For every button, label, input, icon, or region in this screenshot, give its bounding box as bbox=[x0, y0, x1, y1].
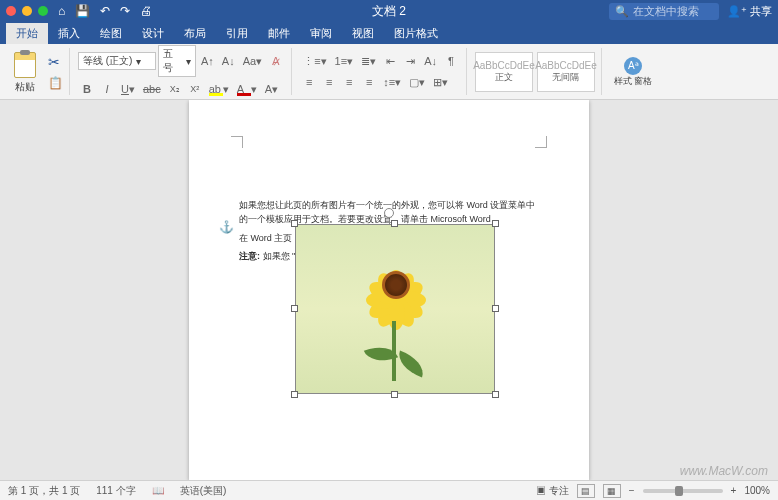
styles-pane-group: Aᵃ 样式 窗格 bbox=[604, 48, 663, 95]
quick-access-toolbar: ⌂ 💾 ↶ ↷ 🖨 bbox=[58, 4, 152, 18]
word-count[interactable]: 111 个字 bbox=[96, 484, 135, 498]
resize-handle-bm[interactable] bbox=[391, 391, 398, 398]
cut-icon[interactable]: ✂ bbox=[48, 54, 63, 70]
home-icon[interactable]: ⌂ bbox=[58, 4, 65, 18]
language-indicator[interactable]: 英语(美国) bbox=[180, 484, 227, 498]
anchor-icon: ⚓ bbox=[219, 220, 234, 234]
redo-icon[interactable]: ↷ bbox=[120, 4, 130, 18]
styles-group: AaBbCcDdEe 正文 AaBbCcDdEe 无间隔 bbox=[469, 48, 602, 95]
highlight-button[interactable]: ab▾ bbox=[206, 80, 232, 98]
spellcheck-icon[interactable]: 📖 bbox=[152, 485, 164, 496]
underline-button[interactable]: U▾ bbox=[118, 80, 138, 98]
margin-corner-tl bbox=[231, 136, 243, 148]
zoom-level[interactable]: 100% bbox=[744, 485, 770, 496]
italic-button[interactable]: I bbox=[98, 80, 116, 98]
resize-handle-ml[interactable] bbox=[291, 305, 298, 312]
align-right-button[interactable]: ≡ bbox=[340, 73, 358, 91]
shrink-font-button[interactable]: A↓ bbox=[219, 52, 238, 70]
tab-view[interactable]: 视图 bbox=[342, 23, 384, 44]
statusbar: 第 1 页，共 1 页 111 个字 📖 英语(美国) ▣ 专注 ▤ ▦ − +… bbox=[0, 480, 778, 500]
document-page[interactable]: ⚓ 如果您想让此页的所有图片有一个统一的外观，您可以将 Word 设置菜单中的一… bbox=[189, 100, 589, 480]
document-area[interactable]: ⚓ 如果您想让此页的所有图片有一个统一的外观，您可以将 Word 设置菜单中的一… bbox=[0, 100, 778, 480]
superscript-button[interactable]: X² bbox=[186, 80, 204, 98]
change-case-button[interactable]: Aa▾ bbox=[240, 52, 265, 70]
paste-button[interactable]: 粘贴 bbox=[12, 50, 44, 94]
margin-corner-tr bbox=[535, 136, 547, 148]
paste-icon bbox=[14, 52, 36, 78]
tab-review[interactable]: 审阅 bbox=[300, 23, 342, 44]
justify-button[interactable]: ≡ bbox=[360, 73, 378, 91]
multilevel-button[interactable]: ≣▾ bbox=[358, 52, 379, 70]
maximize-window-button[interactable] bbox=[38, 6, 48, 16]
tab-picture-format[interactable]: 图片格式 bbox=[384, 23, 448, 44]
indent-left-button[interactable]: ⇤ bbox=[381, 52, 399, 70]
tab-insert[interactable]: 插入 bbox=[48, 23, 90, 44]
tab-design[interactable]: 设计 bbox=[132, 23, 174, 44]
share-icon: 👤⁺ bbox=[727, 5, 747, 18]
page-indicator[interactable]: 第 1 页，共 1 页 bbox=[8, 484, 80, 498]
rotate-handle[interactable] bbox=[384, 208, 394, 218]
clear-format-button[interactable]: A̷ bbox=[267, 52, 285, 70]
subscript-button[interactable]: X₂ bbox=[166, 80, 184, 98]
styles-pane-button[interactable]: Aᵃ 样式 窗格 bbox=[610, 55, 657, 89]
paragraph-group: ⋮≡▾ 1≡▾ ≣▾ ⇤ ⇥ A↓ ¶ ≡ ≡ ≡ ≡ ↕≡▾ ▢▾ ⊞▾ bbox=[294, 48, 467, 95]
ribbon-tabs: 开始 插入 绘图 设计 布局 引用 邮件 审阅 视图 图片格式 bbox=[0, 22, 778, 44]
font-color-button[interactable]: A▾ bbox=[234, 80, 260, 98]
font-size-select[interactable]: 五号▾ bbox=[158, 45, 196, 77]
watermark: www.MacW.com bbox=[680, 464, 768, 478]
save-icon[interactable]: 💾 bbox=[75, 4, 90, 18]
line-spacing-button[interactable]: ↕≡▾ bbox=[380, 73, 404, 91]
document-title: 文档 2 bbox=[372, 3, 406, 20]
bold-button[interactable]: B bbox=[78, 80, 96, 98]
zoom-in-button[interactable]: + bbox=[731, 485, 737, 496]
print-icon[interactable]: 🖨 bbox=[140, 4, 152, 18]
grow-font-button[interactable]: A↑ bbox=[198, 52, 217, 70]
borders-button[interactable]: ⊞▾ bbox=[430, 73, 451, 91]
text-effects-button[interactable]: A▾ bbox=[262, 80, 281, 98]
numbering-button[interactable]: 1≡▾ bbox=[332, 52, 357, 70]
align-center-button[interactable]: ≡ bbox=[320, 73, 338, 91]
titlebar: ⌂ 💾 ↶ ↷ 🖨 文档 2 🔍 在文档中搜索 👤⁺ 共享 bbox=[0, 0, 778, 22]
web-layout-view[interactable]: ▦ bbox=[603, 484, 621, 498]
font-name-select[interactable]: 等线 (正文)▾ bbox=[78, 52, 156, 70]
undo-icon[interactable]: ↶ bbox=[100, 4, 110, 18]
minimize-window-button[interactable] bbox=[22, 6, 32, 16]
style-normal[interactable]: AaBbCcDdEe 正文 bbox=[475, 52, 533, 92]
align-left-button[interactable]: ≡ bbox=[300, 73, 318, 91]
zoom-slider[interactable] bbox=[643, 489, 723, 493]
resize-handle-bl[interactable] bbox=[291, 391, 298, 398]
tab-layout[interactable]: 布局 bbox=[174, 23, 216, 44]
share-button[interactable]: 👤⁺ 共享 bbox=[727, 4, 772, 19]
tab-references[interactable]: 引用 bbox=[216, 23, 258, 44]
style-no-spacing[interactable]: AaBbCcDdEe 无间隔 bbox=[537, 52, 595, 92]
indent-right-button[interactable]: ⇥ bbox=[401, 52, 419, 70]
resize-handle-mr[interactable] bbox=[492, 305, 499, 312]
chevron-down-icon: ▾ bbox=[186, 56, 191, 67]
leaf-graphic bbox=[394, 350, 428, 377]
close-window-button[interactable] bbox=[6, 6, 16, 16]
font-group: 等线 (正文)▾ 五号▾ A↑ A↓ Aa▾ A̷ B I U▾ abc X₂ … bbox=[72, 48, 292, 95]
clipboard-group: 粘贴 ✂ 📋 bbox=[6, 48, 70, 95]
search-input[interactable]: 🔍 在文档中搜索 bbox=[609, 3, 719, 20]
resize-handle-tl[interactable] bbox=[291, 220, 298, 227]
resize-handle-br[interactable] bbox=[492, 391, 499, 398]
selected-image[interactable] bbox=[295, 224, 495, 394]
show-marks-button[interactable]: ¶ bbox=[442, 52, 460, 70]
zoom-out-button[interactable]: − bbox=[629, 485, 635, 496]
copy-icon[interactable]: 📋 bbox=[48, 76, 63, 90]
chevron-down-icon: ▾ bbox=[136, 56, 141, 67]
strikethrough-button[interactable]: abc bbox=[140, 80, 164, 98]
bullets-button[interactable]: ⋮≡▾ bbox=[300, 52, 329, 70]
pane-icon: Aᵃ bbox=[624, 57, 642, 75]
ribbon: 粘贴 ✂ 📋 等线 (正文)▾ 五号▾ A↑ A↓ Aa▾ A̷ B I U▾ … bbox=[0, 44, 778, 100]
tab-mail[interactable]: 邮件 bbox=[258, 23, 300, 44]
focus-mode-button[interactable]: ▣ 专注 bbox=[536, 484, 569, 498]
resize-handle-tm[interactable] bbox=[391, 220, 398, 227]
print-layout-view[interactable]: ▤ bbox=[577, 484, 595, 498]
sort-button[interactable]: A↓ bbox=[421, 52, 440, 70]
shading-button[interactable]: ▢▾ bbox=[406, 73, 428, 91]
image-content[interactable] bbox=[295, 224, 495, 394]
tab-home[interactable]: 开始 bbox=[6, 23, 48, 44]
resize-handle-tr[interactable] bbox=[492, 220, 499, 227]
tab-draw[interactable]: 绘图 bbox=[90, 23, 132, 44]
